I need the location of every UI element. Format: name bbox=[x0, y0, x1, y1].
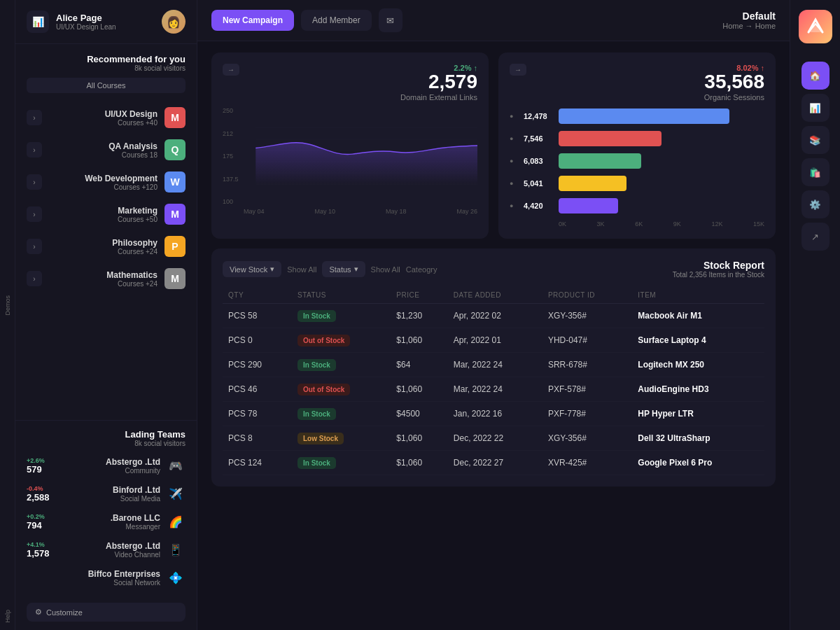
course-item[interactable]: › Mathematics Courses +24 M bbox=[15, 262, 197, 295]
team-logo: ✈️ bbox=[166, 484, 186, 503]
team-value: 1,578 bbox=[27, 548, 50, 559]
team-change: +0.2% bbox=[27, 513, 45, 520]
bar-value: 7,546 bbox=[524, 134, 559, 143]
export-icon-button[interactable]: ↗ bbox=[802, 223, 830, 251]
bar-fill bbox=[559, 108, 729, 124]
course-item[interactable]: › Marketing Courses +50 M bbox=[15, 198, 197, 230]
team-name: .Barone LLC bbox=[71, 513, 160, 523]
status-badge: In Stock bbox=[298, 359, 336, 371]
table-row: PCS 58 In Stock $1,230 Apr, 2022 02 XGY-… bbox=[223, 304, 764, 328]
sidebar-header: 📊 Alice Page UI/UX Design Lean 👩 bbox=[15, 0, 197, 44]
team-name: Binford .Ltd bbox=[71, 485, 160, 495]
line-chart-container: 250 212 175 137.5 100 bbox=[223, 107, 477, 205]
line-chart-stat: 2.2% ↑ 2,579 Domain External Links bbox=[400, 64, 477, 102]
shop-icon-button[interactable]: 🛍️ bbox=[802, 158, 830, 186]
sidebar-header-left: 📊 Alice Page UI/UX Design Lean bbox=[27, 10, 116, 33]
course-item[interactable]: › UI/UX Design Courses +40 M bbox=[15, 102, 197, 134]
home-icon-button[interactable]: 🏠 bbox=[802, 62, 830, 90]
status-cell: In Stock bbox=[292, 353, 391, 377]
table-header-cell: STATUS bbox=[292, 287, 391, 304]
stock-card-header: View Stock ▾ Show All Status ▾ Show All … bbox=[223, 260, 764, 279]
course-name: Web Development bbox=[49, 174, 158, 183]
status-badge: Out of Stock bbox=[298, 335, 350, 346]
table-header-row: QTYSTATUSPRICEDATE ADDEDPRODUCT IDITEM bbox=[223, 287, 764, 304]
bar-value: 5,041 bbox=[524, 179, 559, 188]
qty-cell: PCS 290 bbox=[223, 353, 292, 377]
view-stock-button[interactable]: View Stock ▾ bbox=[223, 261, 281, 277]
team-item[interactable]: +2.6% 579 Abstergo .Ltd Community 🎮 bbox=[27, 451, 186, 479]
team-name: Abstergo .Ltd bbox=[71, 457, 160, 467]
team-stat: +4.1% 1,578 bbox=[27, 541, 65, 559]
settings-icon-button[interactable]: ⚙️ bbox=[802, 190, 830, 218]
course-arrow-icon: › bbox=[27, 142, 42, 158]
course-item[interactable]: › Philosophy Courses +24 P bbox=[15, 230, 197, 262]
course-count: Courses +50 bbox=[49, 216, 158, 223]
layers-icon-button[interactable]: 📚 bbox=[802, 126, 830, 154]
bar-row: ● 7,546 bbox=[510, 131, 764, 146]
price-cell: $4500 bbox=[391, 402, 447, 426]
team-item[interactable]: +4.1% 1,578 Abstergo .Ltd Video Channel … bbox=[27, 536, 186, 564]
icon-strip: Demos Help bbox=[0, 0, 15, 630]
bar-value: 4,420 bbox=[524, 202, 559, 210]
team-item[interactable]: -0.4% 2,588 Binford .Ltd Social Media ✈️ bbox=[27, 479, 186, 507]
show-all-2-label: Show All bbox=[371, 265, 400, 274]
chevron-down-icon-2: ▾ bbox=[354, 265, 358, 274]
demos-label: Demos bbox=[4, 295, 11, 316]
item-cell: Google Pixel 6 Pro bbox=[632, 451, 764, 475]
course-item[interactable]: › Web Development Courses +120 W bbox=[15, 166, 197, 198]
shop-icon: 🛍️ bbox=[809, 167, 821, 178]
customize-button[interactable]: ⚙ Customize bbox=[27, 603, 186, 622]
product-id-cell: PXF-578# bbox=[542, 377, 632, 402]
teams-list: +2.6% 579 Abstergo .Ltd Community 🎮 -0.4… bbox=[27, 451, 186, 592]
new-campaign-button[interactable]: New Campaign bbox=[211, 10, 294, 31]
course-arrow-icon: › bbox=[27, 239, 42, 254]
all-courses-button[interactable]: All Courses bbox=[27, 78, 186, 93]
bar-icon: ● bbox=[510, 158, 519, 164]
product-id-cell: XVR-425# bbox=[542, 451, 632, 475]
table-row: PCS 78 In Stock $4500 Jan, 2022 16 PXF-7… bbox=[223, 402, 764, 426]
price-cell: $1,060 bbox=[391, 426, 447, 451]
table-row: PCS 8 Low Stock $1,060 Dec, 2022 22 XGY-… bbox=[223, 426, 764, 451]
course-count: Courses +24 bbox=[49, 280, 158, 288]
bar-chart-label: Organic Sessions bbox=[704, 93, 764, 102]
bar-fill bbox=[559, 198, 618, 214]
bar-track bbox=[559, 176, 764, 191]
item-cell: AudioEngine HD3 bbox=[632, 377, 764, 402]
price-cell: $1,060 bbox=[391, 377, 447, 402]
customize-label: Customize bbox=[46, 608, 83, 617]
status-badge: In Stock bbox=[298, 310, 336, 322]
course-item[interactable]: › QA Analysis Courses 18 Q bbox=[15, 134, 197, 166]
team-stat: +0.2% 794 bbox=[27, 513, 65, 531]
stock-subtitle: Total 2,356 Items in the Stock bbox=[673, 271, 764, 279]
user-name: Alice Page bbox=[56, 13, 116, 23]
bar-icon: ● bbox=[510, 135, 519, 142]
team-value: 579 bbox=[27, 464, 42, 475]
teams-section: Lading Teams 8k social visitors +2.6% 57… bbox=[15, 420, 197, 597]
category-label: Cateogry bbox=[406, 265, 438, 274]
status-filter-button[interactable]: Status ▾ bbox=[322, 261, 365, 277]
cards-row: → 2.2% ↑ 2,579 Domain External Links 250… bbox=[211, 52, 776, 239]
status-badge: In Stock bbox=[298, 408, 336, 420]
course-arrow-icon: › bbox=[27, 174, 42, 190]
user-info: Alice Page UI/UX Design Lean bbox=[56, 13, 116, 31]
message-button[interactable]: ✉ bbox=[379, 8, 402, 32]
table-header-cell: DATE ADDED bbox=[448, 287, 542, 304]
table-header-cell: QTY bbox=[223, 287, 292, 304]
team-item[interactable]: +0.2% 794 .Barone LLC Messanger 🌈 bbox=[27, 507, 186, 536]
bar-chart-stat: 8.02% ↑ 35,568 Organic Sessions bbox=[704, 64, 764, 102]
qty-cell: PCS 58 bbox=[223, 304, 292, 328]
gear-icon: ⚙️ bbox=[809, 200, 821, 210]
item-cell: HP Hyper LTR bbox=[632, 402, 764, 426]
team-item[interactable]: Biffco Enterprises Social Network 💠 bbox=[27, 564, 186, 592]
qty-cell: PCS 78 bbox=[223, 402, 292, 426]
sidebar: 📊 Alice Page UI/UX Design Lean 👩 Recomme… bbox=[15, 0, 197, 630]
logo-emoji: 📊 bbox=[32, 16, 44, 27]
chart-icon-button[interactable]: 📊 bbox=[802, 94, 830, 122]
course-info: Philosophy Courses +24 bbox=[49, 238, 158, 255]
price-cell: $64 bbox=[391, 353, 447, 377]
topbar: New Campaign Add Member ✉ Default Home →… bbox=[197, 0, 790, 41]
stock-table-head: QTYSTATUSPRICEDATE ADDEDPRODUCT IDITEM bbox=[223, 287, 764, 304]
team-value: 794 bbox=[27, 520, 42, 531]
add-member-button[interactable]: Add Member bbox=[301, 10, 372, 31]
date-cell: Dec, 2022 27 bbox=[448, 451, 542, 475]
